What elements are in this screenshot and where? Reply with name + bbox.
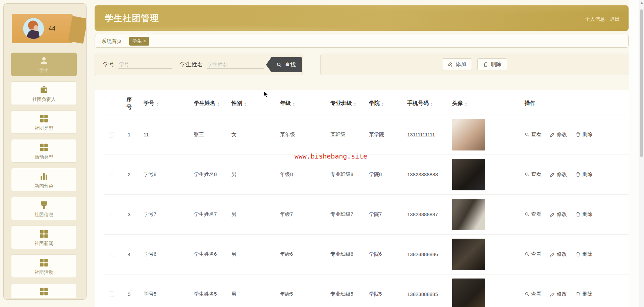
toolbar-panel: 添加 删除 [320,54,629,75]
select-all-checkbox[interactable] [109,101,114,106]
find-button[interactable]: 查找 [266,57,302,72]
pencil-icon [550,292,555,297]
sidebar-item-club-activities[interactable]: 社团活动 [11,254,77,278]
column-header-student-id: 学号 [144,100,154,106]
tab-student[interactable]: 学生× [129,37,149,46]
delete-row-button[interactable]: 删除 [576,251,592,257]
sort-icon[interactable]: ▲▼ [156,103,159,107]
user-badge: 44 [49,25,55,32]
sidebar-item-club-info[interactable]: 社团信息 [11,197,77,220]
cell-student-name: 学生姓名8 [190,155,227,194]
row-checkbox[interactable] [109,132,114,137]
student-name-label: 学生姓名 [180,61,203,68]
edit-button[interactable]: 修改 [550,171,567,178]
student-table: 序号 学号▲▼ 学生姓名▲▼ 性别▲▼ 年级▲▼ 专业班级▲▼ 学院▲▼ 手机号… [104,93,637,307]
student-name-input[interactable] [207,60,264,69]
student-avatar-photo [452,119,485,150]
table-row: 5 学号5 学生姓名5 男 年级5 专业班级5 学院5 13823888885 … [104,274,637,307]
page-header: 学生社团管理 个人信息 退出 [95,5,629,31]
cell-student-id: 学号6 [140,234,190,274]
cell-student-id: 学号7 [140,194,190,234]
sort-icon[interactable]: ▲▼ [465,103,467,107]
student-id-input[interactable] [118,60,172,69]
pencil-plus-icon [448,62,453,67]
cell-student-name: 张三 [190,115,227,155]
scrollbar-thumb[interactable] [640,9,643,157]
column-header-class: 专业班级 [330,100,352,106]
wallet-icon [39,85,49,95]
sidebar-item-news-categories[interactable]: 新闻分类 [11,168,77,191]
view-button[interactable]: 查看 [525,251,541,257]
cell-gender: 男 [227,274,276,307]
student-table-panel: 序号 学号▲▼ 学生姓名▲▼ 性别▲▼ 年级▲▼ 专业班级▲▼ 学院▲▼ 手机号… [95,90,629,307]
cell-grade: 年级6 [276,234,326,274]
sort-icon[interactable]: ▲▼ [354,103,356,107]
sidebar-item-students[interactable]: 学生 [11,53,77,76]
view-button[interactable]: 查看 [525,131,541,138]
sort-icon[interactable]: ▲▼ [430,103,433,107]
student-id-label: 学号 [103,61,114,68]
trash-icon [576,212,581,217]
cell-phone: 13823888885 [403,274,448,307]
row-checkbox[interactable] [109,252,114,257]
delete-row-button[interactable]: 删除 [576,211,592,218]
sidebar-item-club-news[interactable]: 社团新闻 [11,226,77,249]
edit-button[interactable]: 修改 [550,131,567,138]
edit-button[interactable]: 修改 [550,291,567,297]
sort-icon[interactable]: ▲▼ [244,103,247,107]
user-card[interactable]: 44 [12,14,73,43]
row-checkbox[interactable] [109,292,114,297]
cell-grade: 年级7 [276,194,326,234]
edit-button[interactable]: 修改 [550,251,567,257]
pencil-icon [550,132,555,137]
sort-icon[interactable]: ▲▼ [381,103,384,107]
sidebar-item-label: 社团新闻 [11,241,76,247]
view-button[interactable]: 查看 [525,211,541,218]
magnifier-icon [276,62,282,68]
cell-college: 某学院 [365,115,403,155]
tab-system-home[interactable]: 系统首页 [102,38,122,45]
cell-gender: 女 [227,115,276,155]
scrollbar[interactable] [639,0,644,307]
delete-button[interactable]: 删除 [477,58,507,70]
cell-grade: 年级5 [276,274,326,307]
logout-link[interactable]: 退出 [610,16,620,22]
grid-icon [39,142,49,152]
row-checkbox[interactable] [109,172,114,177]
add-button[interactable]: 添加 [442,58,472,70]
cell-gender: 男 [227,234,276,274]
sort-icon[interactable]: ▲▼ [292,103,295,107]
column-header-ops: 操作 [525,100,535,106]
sidebar-item-label: 社团类型 [11,125,76,131]
sidebar-item-activity-types[interactable]: 活动类型 [11,139,77,163]
view-button[interactable]: 查看 [525,171,541,178]
delete-row-button[interactable]: 删除 [576,131,592,138]
student-avatar-photo [452,279,485,307]
close-icon[interactable]: × [143,38,146,44]
view-button[interactable]: 查看 [525,291,541,297]
sort-icon[interactable]: ▲▼ [217,103,220,107]
profile-link[interactable]: 个人信息 [585,16,605,22]
grid-icon [39,114,49,124]
row-checkbox[interactable] [109,212,114,217]
student-avatar-photo [452,199,485,230]
cell-phone: 13111111111 [403,115,448,155]
sidebar-item-partial[interactable] [11,283,77,298]
tab-bar: 系统首页 学生× [95,35,629,48]
delete-row-button[interactable]: 删除 [576,171,592,178]
student-avatar-photo [452,239,485,270]
column-header-student-name: 学生姓名 [194,100,215,106]
cell-student-name: 学生姓名7 [190,194,227,234]
sidebar-item-club-types[interactable]: 社团类型 [11,110,77,134]
scroll-up-arrow-icon[interactable] [640,2,643,4]
column-header-grade: 年级 [280,100,291,106]
sidebar-item-club-leaders[interactable]: 社团负责人 [11,81,77,105]
grid-icon [39,287,49,297]
edit-button[interactable]: 修改 [550,211,567,218]
column-header-phone: 手机号码 [407,100,429,106]
delete-row-button[interactable]: 删除 [576,291,592,297]
cell-index: 5 [119,274,140,307]
table-row: 1 11 张三 女 某年级 某班级 某学院 13111111111 查看 修改 … [104,115,637,155]
magnifier-icon [525,132,530,137]
cell-class: 专业班级7 [326,194,365,234]
